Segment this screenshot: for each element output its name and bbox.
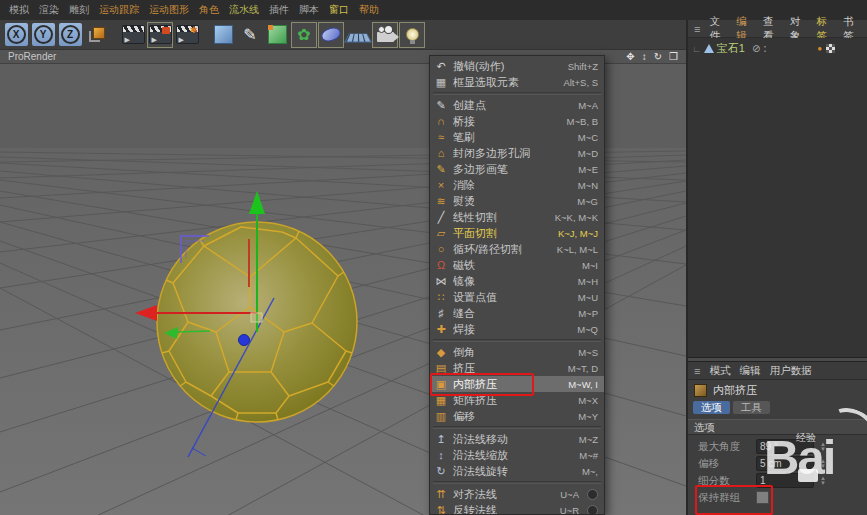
menu-item-label: 框显选取元素 (453, 75, 558, 90)
param-value-field[interactable]: 89 ° (756, 439, 814, 454)
normal-move-icon: ↥ (434, 432, 448, 446)
menu-item-创建点[interactable]: ✎创建点M~A (430, 97, 604, 113)
menubar-item-运动跟踪[interactable]: 运动跟踪 (94, 3, 144, 17)
menu-item-消除[interactable]: ×消除M~N (430, 177, 604, 193)
light-button[interactable] (399, 22, 425, 48)
menu-item-设置点值[interactable]: ∷设置点值M~U (430, 289, 604, 305)
menubar-item-模拟[interactable]: 模拟 (4, 3, 34, 17)
attribute-tabs: 选项工具 (688, 398, 867, 417)
menu-item-shortcut: M~, (582, 466, 598, 477)
add-cube-button[interactable] (210, 22, 236, 48)
tab-工具[interactable]: 工具 (733, 401, 770, 414)
volume-button[interactable] (318, 22, 344, 48)
lock-z-button[interactable]: Z (57, 22, 83, 48)
render-picture-viewer-button[interactable] (147, 22, 173, 48)
menu-item-笔刷[interactable]: ≈笔刷M~C (430, 129, 604, 145)
stepper-arrows-icon[interactable]: ▲▼ (820, 442, 826, 452)
coordinate-system-button[interactable] (84, 22, 110, 48)
selection-tag-icon[interactable] (826, 44, 835, 53)
axis-center-handle[interactable] (251, 313, 262, 322)
pan-view-icon[interactable]: ✥ (626, 51, 634, 62)
render-view-button[interactable] (120, 22, 146, 48)
floor-button[interactable] (345, 22, 371, 48)
menu-item-桥接[interactable]: ∩桥接M~B, B (430, 113, 604, 129)
active-tool-name: 内部挤压 (713, 383, 757, 398)
menubar-item-角色[interactable]: 角色 (194, 3, 224, 17)
menubar-item-流水线[interactable]: 流水线 (224, 3, 264, 17)
camera-icon (377, 32, 394, 42)
menu-item-option-button[interactable] (587, 489, 598, 500)
origin-point[interactable] (239, 335, 250, 346)
menu-item-撤销(动作)[interactable]: ↶撤销(动作)Shift+Z (430, 58, 604, 74)
menu-item-多边形画笔[interactable]: ✎多边形画笔M~E (430, 161, 604, 177)
zoom-view-icon[interactable]: ↕ (642, 51, 647, 62)
param-label: 偏移 (698, 457, 750, 471)
subdivision-surface-icon (268, 25, 287, 44)
param-value-field[interactable]: 1 (756, 473, 814, 488)
menu-item-矩阵挤压[interactable]: ▦矩阵挤压M~X (430, 392, 604, 408)
menubar-item-雕刻[interactable]: 雕刻 (64, 3, 94, 17)
render-settings-button[interactable]: ✱ (174, 22, 200, 48)
stepper-arrows-icon[interactable]: ▲▼ (820, 476, 826, 486)
menubar-item-插件[interactable]: 插件 (264, 3, 294, 17)
menu-item-挤压[interactable]: ▤挤压M~T, D (430, 360, 604, 376)
am-menu-用户数据[interactable]: 用户数据 (769, 364, 811, 378)
am-menu-编辑[interactable]: 编辑 (739, 364, 760, 378)
menu-item-shortcut: M~Z (579, 434, 598, 445)
phong-tag-icon[interactable]: ● (817, 44, 822, 53)
section-header[interactable]: 选项 (688, 419, 867, 435)
loop-path-cut-icon: ○ (434, 242, 448, 256)
menu-item-平面切割[interactable]: ▱平面切割K~J, M~J (430, 225, 604, 241)
panel-menu-icon[interactable]: ≡ (694, 365, 700, 377)
stepper-arrows-icon[interactable]: ▲▼ (820, 459, 826, 469)
menu-item-熨烫[interactable]: ≋熨烫M~G (430, 193, 604, 209)
menubar-item-帮助[interactable]: 帮助 (354, 3, 384, 17)
menubar-item-运动图形[interactable]: 运动图形 (144, 3, 194, 17)
toggle-view-icon[interactable]: ❐ (669, 51, 678, 62)
menu-item-磁铁[interactable]: Ω磁铁M~I (430, 257, 604, 273)
menu-item-shortcut: Shift+Z (568, 61, 598, 72)
menu-item-内部挤压[interactable]: ▣内部挤压M~W, I (430, 376, 604, 392)
lock-x-button[interactable]: X (3, 22, 29, 48)
volume-icon (319, 25, 342, 44)
menu-item-线性切割[interactable]: ╱线性切割K~K, M~K (430, 209, 604, 225)
menubar-item-脚本[interactable]: 脚本 (294, 3, 324, 17)
active-tool-row: 内部挤压 (688, 382, 867, 398)
spline-pen-button[interactable]: ✎ (237, 22, 263, 48)
object-row[interactable]: ∟ 宝石1 ⊘ : ● (688, 38, 867, 56)
panel-menu-icon[interactable]: ≡ (694, 23, 700, 35)
subdivision-surface-button[interactable] (264, 22, 290, 48)
menu-item-焊接[interactable]: ✚焊接M~Q (430, 321, 604, 337)
layer-icon[interactable]: ⊘ (752, 43, 760, 54)
visibility-dots-icon[interactable]: : (763, 43, 766, 54)
menu-item-对齐法线[interactable]: ⇈对齐法线U~A (430, 486, 604, 502)
menubar-item-窗口[interactable]: 窗口 (324, 3, 354, 17)
menu-item-倒角[interactable]: ◆倒角M~S (430, 344, 604, 360)
menu-item-偏移[interactable]: ▥偏移M~Y (430, 408, 604, 424)
menu-item-shortcut: M~X (578, 395, 598, 406)
menubar-item-渲染[interactable]: 渲染 (34, 3, 64, 17)
menu-item-镜像[interactable]: ⋈镜像M~H (430, 273, 604, 289)
menu-item-缝合[interactable]: ♯缝合M~P (430, 305, 604, 321)
menu-item-反转法线[interactable]: ⇅反转法线U~R (430, 502, 604, 515)
object-name[interactable]: 宝石1 (717, 41, 745, 56)
scale-handle-line[interactable] (176, 331, 210, 332)
tab-选项[interactable]: 选项 (693, 401, 730, 414)
menu-item-框显选取元素[interactable]: ▦框显选取元素Alt+S, S (430, 74, 604, 90)
lock-y-button[interactable]: Y (30, 22, 56, 48)
rotate-view-icon[interactable]: ↻ (654, 51, 662, 62)
am-menu-模式[interactable]: 模式 (709, 364, 730, 378)
menu-item-循环/路径切割[interactable]: ○循环/路径切割K~L, M~L (430, 241, 604, 257)
right-panel: ≡ 文件编辑查看对象标签书签 ∟ 宝石1 ⊘ : ● ≡ 模式编辑用户数据 (686, 20, 867, 515)
menu-item-沿法线移动[interactable]: ↥沿法线移动M~Z (430, 431, 604, 447)
menu-item-option-button[interactable] (587, 505, 598, 515)
camera-button[interactable] (372, 22, 398, 48)
menu-item-沿法线缩放[interactable]: ↕沿法线缩放M~# (430, 447, 604, 463)
deformer-icon: ✿ (297, 27, 310, 43)
param-value-field[interactable]: 5 cm (756, 456, 814, 471)
toolbar: XYZ✱✎✿ (0, 20, 686, 50)
menu-item-沿法线旋转[interactable]: ↻沿法线旋转M~, (430, 463, 604, 479)
param-checkbox[interactable] (756, 491, 769, 504)
menu-item-封闭多边形孔洞[interactable]: ⌂封闭多边形孔洞M~D (430, 145, 604, 161)
deformer-button[interactable]: ✿ (291, 22, 317, 48)
